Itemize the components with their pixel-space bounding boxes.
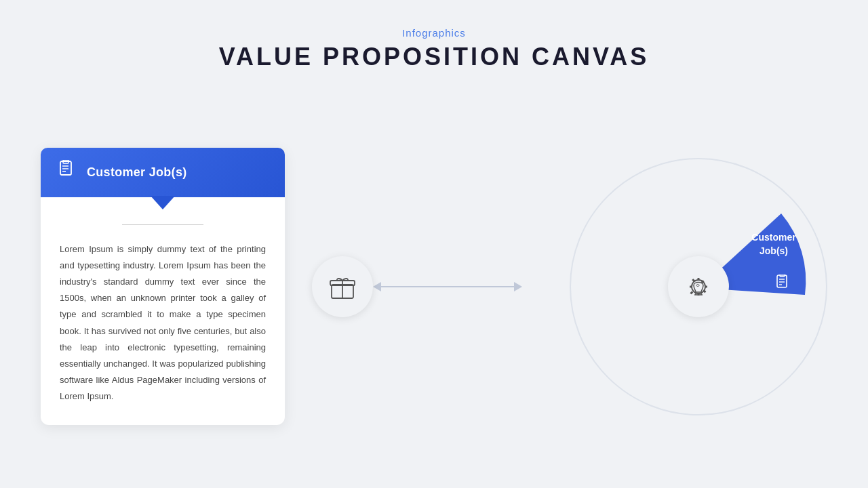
svg-rect-21 xyxy=(690,291,693,294)
svg-rect-20 xyxy=(703,289,707,293)
sector-label: Customer Job(s) xyxy=(736,230,811,258)
card-body-text: Lorem Ipsum is simply dummy text of the … xyxy=(60,241,266,404)
customer-jobs-card: Customer Job(s) Lorem Ipsum is simply du… xyxy=(41,148,285,424)
svg-rect-15 xyxy=(698,278,700,281)
gift-icon xyxy=(327,271,358,302)
svg-rect-18 xyxy=(705,285,707,287)
header-title: VALUE PROPOSITION CANVAS xyxy=(219,43,650,71)
sector-doc-icon xyxy=(774,274,792,295)
svg-rect-9 xyxy=(777,275,787,287)
card-header: Customer Job(s) xyxy=(41,148,285,197)
card-header-title: Customer Job(s) xyxy=(87,165,187,180)
document-icon xyxy=(57,160,77,185)
svg-rect-17 xyxy=(690,285,692,287)
arrow-shaft xyxy=(381,286,514,287)
diagram-area: Customer Job(s) xyxy=(285,131,827,443)
arrow-right-head xyxy=(514,282,522,291)
card-divider xyxy=(122,224,203,225)
page-header: Infographics VALUE PROPOSITION CANVAS xyxy=(219,27,650,71)
header-subtitle: Infographics xyxy=(219,27,650,39)
gear-icon xyxy=(684,272,713,302)
gift-circle xyxy=(312,256,373,317)
arrow-left-head xyxy=(373,282,381,291)
main-content: Customer Job(s) Lorem Ipsum is simply du… xyxy=(0,85,868,488)
gear-circle xyxy=(668,256,729,317)
big-circle-wrapper: Customer Job(s) xyxy=(570,158,827,415)
big-circle: Customer Job(s) xyxy=(570,158,827,415)
connector-arrow xyxy=(373,282,522,291)
card-body: Lorem Ipsum is simply dummy text of the … xyxy=(41,197,285,424)
